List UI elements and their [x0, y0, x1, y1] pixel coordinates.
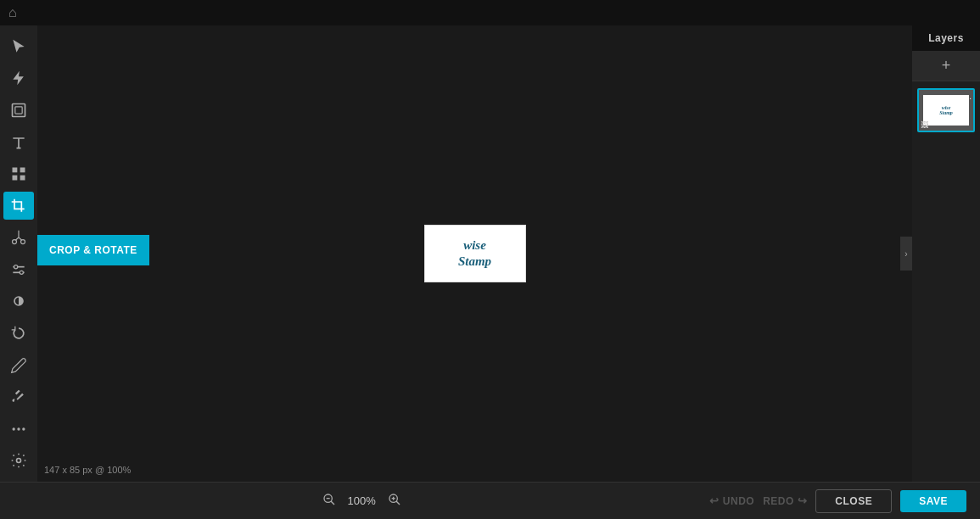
svg-point-14 — [17, 427, 20, 430]
left-sidebar — [0, 25, 37, 482]
svg-rect-2 — [13, 168, 18, 173]
svg-line-18 — [331, 501, 334, 505]
save-button[interactable]: SAVE — [900, 490, 966, 512]
home-icon[interactable]: ⌂ — [8, 5, 17, 20]
svg-point-13 — [13, 427, 15, 430]
svg-rect-1 — [15, 107, 22, 114]
panel-collapse-toggle[interactable]: › — [900, 237, 912, 271]
rotate-tool[interactable] — [3, 319, 34, 348]
zoom-out-button[interactable] — [319, 493, 339, 510]
draw-tool[interactable] — [3, 351, 34, 380]
layer-thumb-inner: wise Stamp — [923, 95, 969, 126]
layers-header: Layers — [912, 25, 980, 51]
top-bar: ⌂ — [0, 0, 980, 25]
more-tool[interactable] — [3, 415, 34, 444]
svg-point-15 — [22, 427, 25, 430]
lightning-tool[interactable] — [3, 64, 34, 93]
crop-tool[interactable] — [3, 192, 34, 220]
svg-line-21 — [396, 501, 400, 505]
canvas-area[interactable]: wise Stamp › 147 x 85 px @ 100% — [37, 25, 912, 482]
settings-tool[interactable] — [3, 447, 34, 476]
transform-tool[interactable] — [3, 96, 34, 125]
select-tool[interactable] — [3, 32, 34, 61]
cut-tool[interactable] — [3, 223, 34, 252]
svg-rect-3 — [20, 168, 25, 173]
bottom-bar: 100% ↩ UNDO REDO ↪ CLOSE SAVE — [0, 482, 980, 519]
svg-point-10 — [14, 265, 18, 268]
svg-point-11 — [20, 271, 23, 274]
pattern-tool[interactable] — [3, 159, 34, 188]
text-tool[interactable] — [3, 128, 34, 157]
svg-rect-5 — [20, 176, 25, 181]
undo-button[interactable]: ↩ UNDO — [709, 494, 754, 507]
action-buttons: ↩ UNDO REDO ↪ CLOSE SAVE — [709, 489, 966, 513]
crop-rotate-label: CROP & ROTATE — [37, 235, 149, 265]
zoom-in-button[interactable] — [384, 493, 405, 510]
layers-panel: Layers + wise Stamp ... 🖼 — [912, 25, 980, 482]
svg-rect-0 — [13, 103, 25, 116]
add-layer-button[interactable]: + — [912, 51, 980, 81]
wisestamp-image: wise Stamp — [424, 225, 526, 282]
zoom-controls: 100% — [319, 493, 405, 510]
close-button[interactable]: CLOSE — [815, 489, 892, 513]
svg-rect-4 — [13, 176, 18, 181]
adjustments-tool[interactable] — [3, 255, 34, 284]
redo-button[interactable]: REDO ↪ — [763, 494, 807, 507]
layer-type-icon: 🖼 — [921, 120, 928, 129]
image-info: 147 x 85 px @ 100% — [44, 465, 131, 475]
svg-point-16 — [17, 459, 21, 463]
layer-thumbnail[interactable]: wise Stamp ... 🖼 — [917, 88, 975, 132]
brightness-tool[interactable] — [3, 287, 34, 316]
main-layout: CROP & ROTATE wise Stamp › 147 x 85 px @… — [0, 25, 980, 482]
paint-tool[interactable] — [3, 382, 34, 411]
layer-options-icon[interactable]: ... — [965, 92, 972, 101]
wisestamp-logo: wise Stamp — [458, 237, 491, 271]
layer-thumb-text: wise Stamp — [939, 105, 953, 115]
zoom-level: 100% — [348, 494, 376, 507]
